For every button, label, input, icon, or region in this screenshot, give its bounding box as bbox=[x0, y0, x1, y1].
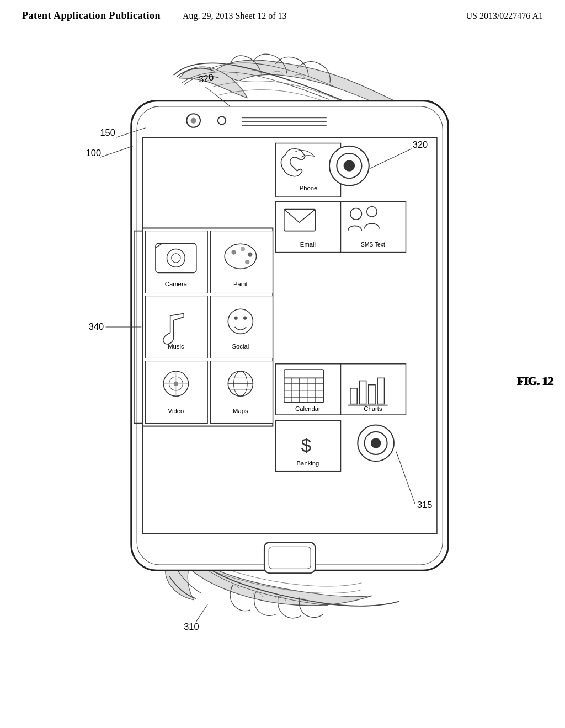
svg-text:Banking: Banking bbox=[297, 460, 319, 467]
banking-target-icon bbox=[358, 425, 394, 462]
svg-text:Charts: Charts bbox=[364, 405, 382, 412]
svg-point-27 bbox=[231, 250, 236, 254]
email-app: Email bbox=[275, 201, 340, 252]
svg-line-80 bbox=[196, 604, 208, 622]
social-app: Social bbox=[210, 296, 273, 358]
svg-text:Calendar: Calendar bbox=[295, 405, 321, 412]
svg-point-74 bbox=[371, 438, 381, 448]
video-app: Video bbox=[145, 361, 207, 424]
svg-text:Music: Music bbox=[168, 343, 184, 350]
page-header: Patent Application Publication Aug. 29, … bbox=[0, 0, 565, 22]
svg-line-75 bbox=[100, 146, 133, 158]
camera-app: Camera bbox=[145, 231, 207, 293]
svg-text:Phone: Phone bbox=[300, 185, 318, 191]
sms-app: SMS Text bbox=[340, 201, 406, 252]
svg-text:Email: Email bbox=[300, 241, 316, 248]
phone-target-icon bbox=[329, 146, 369, 186]
ref-150: 150 bbox=[100, 127, 115, 137]
publication-date: Aug. 29, 2013 Sheet 12 of 13 bbox=[183, 11, 286, 21]
svg-point-36 bbox=[234, 317, 238, 320]
svg-text:Video: Video bbox=[168, 408, 184, 414]
svg-text:Maps: Maps bbox=[233, 408, 248, 414]
paint-app: Paint bbox=[210, 231, 273, 293]
svg-text:Paint: Paint bbox=[233, 281, 248, 287]
ref-100: 100 bbox=[86, 148, 101, 158]
svg-text:Camera: Camera bbox=[165, 281, 188, 287]
svg-point-3 bbox=[191, 117, 196, 123]
maps-app: Maps bbox=[210, 361, 273, 424]
publication-title: Patent Application Publication bbox=[22, 10, 161, 22]
ref-320-top: 320 bbox=[413, 140, 428, 149]
svg-text:Social: Social bbox=[232, 343, 249, 350]
banking-app: $ Banking bbox=[275, 420, 340, 471]
calendar-app: Calendar bbox=[275, 364, 340, 415]
svg-text:SMS Text: SMS Text bbox=[361, 242, 385, 248]
svg-point-37 bbox=[243, 317, 247, 320]
svg-text:$: $ bbox=[301, 435, 311, 456]
ref-315: 315 bbox=[417, 500, 432, 510]
ref-340: 340 bbox=[89, 322, 104, 331]
svg-point-28 bbox=[241, 247, 245, 251]
svg-point-29 bbox=[248, 253, 252, 257]
charts-app: Charts bbox=[340, 364, 406, 415]
music-app: Music bbox=[145, 296, 207, 358]
patent-drawing: Phone Email SMS Text Camera bbox=[22, 44, 552, 695]
ref-310: 310 bbox=[184, 622, 199, 631]
fig-12-label: FIG. 12 bbox=[516, 375, 553, 388]
svg-point-30 bbox=[245, 260, 249, 264]
svg-point-4 bbox=[218, 116, 226, 124]
svg-point-12 bbox=[344, 160, 355, 172]
publication-number: US 2013/0227476 A1 bbox=[466, 11, 543, 21]
